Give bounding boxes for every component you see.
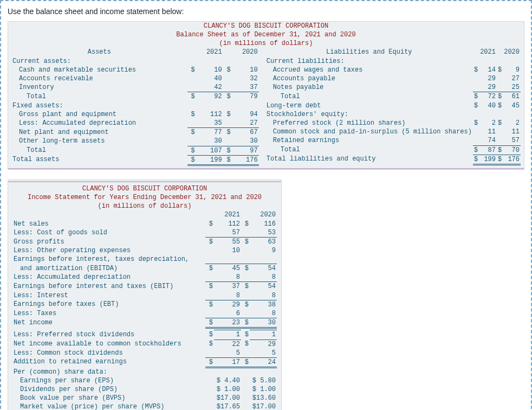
bs-title3: (in millions of dollars) [8, 39, 524, 48]
row-label: Net income available to common stockhold… [12, 339, 205, 349]
row-label: Less: Interest [12, 291, 205, 300]
row-value: 40 [479, 101, 497, 110]
row-label: Less: Accumulated depreciation [12, 273, 205, 282]
row-value: 61 [503, 92, 521, 101]
row-value: 72 [479, 92, 497, 101]
row-value: 30 [196, 137, 223, 146]
year-2021: 2021 [214, 210, 241, 219]
year-2020: 2020 [232, 48, 259, 56]
row-label: Total [265, 145, 473, 155]
current-liab-label: Current liabilities: [265, 57, 473, 66]
row-label: Book value per share (BVPS) [12, 394, 205, 402]
year-2021: 2021 [196, 48, 223, 56]
row-value: 14 [479, 66, 497, 74]
row-value: 116 [250, 220, 277, 228]
row-label: and amortization (EBITDA) [12, 264, 205, 273]
row-value: 42 [196, 83, 223, 92]
row-value: 54 [250, 282, 277, 291]
row-value: 6 [214, 309, 241, 318]
row-value: 67 [232, 128, 259, 137]
row-value: $ 1.00 [214, 385, 241, 394]
fixed-assets-label: Fixed assets: [11, 101, 187, 110]
row-value: 35 [196, 119, 223, 128]
row-label: Addition to retained earnings [12, 357, 205, 367]
intro-text: Use the balance sheet and income stateme… [8, 7, 524, 17]
row-label: Common stock and paid-in-surplus (5 mill… [265, 127, 473, 136]
row-label: Gross plant and equipment [11, 110, 187, 119]
row-value: 176 [232, 155, 259, 165]
row-value: 2 [503, 119, 521, 127]
row-label: Gross profits [12, 238, 205, 247]
total-liab-equity-label: Total liabilities and equity [265, 155, 473, 164]
row-label: Net sales [12, 220, 205, 228]
row-value: 199 [196, 155, 223, 165]
row-value: 25 [503, 83, 521, 92]
row-value: 27 [232, 119, 259, 128]
row-value: 30 [232, 137, 259, 146]
row-value: 22 [214, 339, 241, 349]
row-value: 11 [503, 127, 521, 136]
row-value: $ 4.40 [214, 376, 241, 385]
row-label: Retained earnings [265, 136, 473, 145]
row-value: 5 [250, 349, 277, 358]
row-label: Market value (price) per share (MVPS) [12, 402, 205, 410]
row-value: 9 [250, 246, 277, 255]
row-value: 29 [250, 339, 277, 349]
row-label: Total [11, 92, 187, 101]
row-value: 27 [503, 74, 521, 83]
row-label: Accounts payable [265, 74, 473, 83]
row-label: Other long-term assets [11, 137, 187, 146]
row-value: 9 [503, 66, 521, 74]
row-label: Accounts receivable [11, 74, 187, 83]
assets-header: Assets [11, 48, 187, 56]
row-value: 55 [214, 238, 241, 247]
row-value: $17.65 [214, 402, 241, 410]
row-label: Net income [12, 318, 205, 328]
assets-column: Assets 2021 2020 Current assets: Cash an… [8, 48, 262, 165]
row-value: 40 [196, 74, 223, 83]
row-value: $17.00 [250, 402, 277, 410]
row-value: 176 [503, 155, 521, 164]
row-value: 8 [214, 291, 241, 300]
row-label: Less: Taxes [12, 309, 205, 318]
row-value: 87 [479, 145, 497, 155]
year-2020: 2020 [250, 210, 277, 219]
row-value: 1 [250, 330, 277, 339]
row-value: 37 [214, 282, 241, 291]
row-value: 11 [479, 127, 497, 136]
is-title2: Income Statement for Years Ending Decemb… [8, 193, 281, 202]
row-label: Earnings before interest and taxes (EBIT… [12, 282, 205, 291]
row-label: Less: Other operating expenses [12, 246, 205, 255]
total-assets-label: Total assets [11, 155, 187, 165]
row-label: Notes payable [265, 83, 473, 92]
row-value: 112 [214, 220, 241, 228]
row-value: 74 [479, 136, 497, 145]
row-value: 79 [232, 92, 259, 101]
is-title1: CLANCY'S DOG BISCUIT CORPORATION [8, 184, 281, 193]
row-label: Less: Accumulated depreciation [11, 119, 187, 128]
row-value: 29 [479, 74, 497, 83]
row-value: 29 [479, 83, 497, 92]
row-value: 54 [250, 264, 277, 273]
row-label: Earnings before interest, taxes deprecia… [12, 255, 205, 264]
liab-header: Liabilities and Equity [265, 48, 473, 56]
row-value: 107 [196, 146, 223, 155]
row-label: Accrued wages and taxes [265, 66, 473, 74]
row-label: Less: Preferred stock dividends [12, 330, 205, 339]
current-assets-label: Current assets: [11, 57, 187, 66]
row-label: Total [11, 146, 187, 155]
row-value: 57 [503, 136, 521, 145]
row-value: 10 [232, 66, 259, 74]
row-value: 32 [232, 74, 259, 83]
row-value: 5 [214, 349, 241, 358]
row-value: $ 1.00 [250, 385, 277, 394]
per-share-header: Per (common) share data: [12, 368, 205, 376]
row-value: 63 [250, 238, 277, 247]
row-value: 17 [214, 357, 241, 367]
stockholders-equity-label: Stockholders' equity: [265, 110, 473, 119]
row-value: 24 [250, 357, 277, 367]
row-value: 199 [479, 155, 497, 164]
row-label: Net plant and equipment [11, 128, 187, 137]
year-2021: 2021 [479, 48, 497, 56]
row-label: Dividends per share (DPS) [12, 385, 205, 394]
